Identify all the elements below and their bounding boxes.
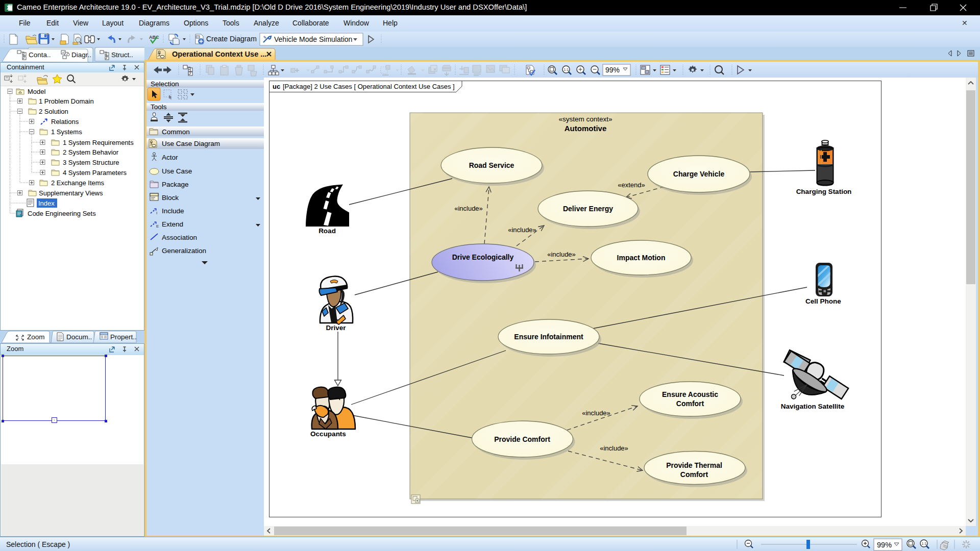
svg-text:I: I <box>156 211 157 215</box>
svg-text:Code Engineering Sets: Code Engineering Sets <box>28 210 96 217</box>
svg-text:Create Diagram: Create Diagram <box>206 35 257 43</box>
svg-text:Provide Thermal: Provide Thermal <box>666 461 722 469</box>
svg-text:Diagr..: Diagr.. <box>71 51 91 59</box>
svg-text:Charging Station: Charging Station <box>796 188 852 195</box>
svg-text:2 Solution: 2 Solution <box>39 108 68 115</box>
svg-text:Drive Ecologically: Drive Ecologically <box>452 253 514 261</box>
svg-text:Vehicle Mode Simulation: Vehicle Mode Simulation <box>274 35 352 43</box>
svg-text:Model: Model <box>28 88 46 95</box>
svg-text:2 System Behavior: 2 System Behavior <box>63 148 119 156</box>
svg-text:«include»: «include» <box>547 251 576 258</box>
svg-text:Docum..: Docum.. <box>66 333 92 341</box>
svg-text:Comfort: Comfort <box>676 399 704 408</box>
svg-text:«system context»: «system context» <box>558 115 612 123</box>
svg-text:1 Systems: 1 Systems <box>51 128 82 136</box>
svg-text:X: X <box>7 5 11 11</box>
svg-text:1:1: 1:1 <box>922 542 927 545</box>
svg-text:99%: 99% <box>605 66 620 74</box>
svg-text:Generalization: Generalization <box>162 247 206 255</box>
svg-text:«extend»: «extend» <box>618 181 645 189</box>
svg-text:«include»: «include» <box>600 444 628 452</box>
svg-text:«include»: «include» <box>582 409 610 417</box>
svg-text:Package: Package <box>162 181 189 188</box>
svg-text:Ensure Acoustic: Ensure Acoustic <box>662 390 718 398</box>
svg-text:«include»: «include» <box>508 226 536 234</box>
svg-text:1 System Requirements: 1 System Requirements <box>63 139 134 146</box>
svg-text:[Package] 2 Use Cases [ Operat: [Package] 2 Use Cases [ Operational Cont… <box>283 83 455 90</box>
svg-text:99%: 99% <box>877 541 892 549</box>
svg-text:Actor: Actor <box>162 154 178 161</box>
svg-text:Relations: Relations <box>51 118 79 126</box>
svg-text:Struct..: Struct.. <box>111 51 133 59</box>
svg-text:«include»: «include» <box>454 205 483 212</box>
svg-text:1 Problem Domain: 1 Problem Domain <box>39 97 94 105</box>
svg-text:Provide Comfort: Provide Comfort <box>494 435 550 443</box>
svg-text:Extend: Extend <box>162 220 183 228</box>
svg-text:Tools: Tools <box>151 103 167 111</box>
svg-text:uc: uc <box>273 83 280 90</box>
svg-text:Occupants: Occupants <box>310 430 346 438</box>
svg-text:Index: Index <box>38 199 55 207</box>
svg-text:Cell Phone: Cell Phone <box>805 297 841 305</box>
svg-text:3 System Structure: 3 System Structure <box>63 159 119 166</box>
svg-text:2 Exchange Items: 2 Exchange Items <box>51 179 105 187</box>
svg-text:ABC: ABC <box>149 35 159 40</box>
svg-text:4 System Parameters: 4 System Parameters <box>63 169 127 177</box>
svg-text:Supplementary Views: Supplementary Views <box>39 189 103 197</box>
svg-text:Comfort: Comfort <box>680 470 708 479</box>
svg-text:Conta..: Conta.. <box>29 51 51 59</box>
svg-text:Include: Include <box>162 207 184 215</box>
svg-text:Propert..: Propert.. <box>110 333 137 341</box>
svg-text:Ensure Infotainment: Ensure Infotainment <box>514 333 583 341</box>
svg-text:Operational Context Use ...: Operational Context Use ... <box>172 50 266 58</box>
svg-text:Zoom: Zoom <box>27 333 45 341</box>
svg-text:Use Case Diagram: Use Case Diagram <box>162 140 220 147</box>
svg-text:Road: Road <box>318 227 336 235</box>
svg-text:Road Service: Road Service <box>469 161 514 169</box>
svg-text:Common: Common <box>162 128 190 136</box>
svg-text:Driver: Driver <box>326 324 346 332</box>
svg-text:Deliver Energy: Deliver Energy <box>563 205 613 213</box>
svg-text:Charge Vehicle: Charge Vehicle <box>673 170 725 178</box>
svg-text:Block: Block <box>162 194 179 202</box>
svg-text:Selection: Selection <box>151 80 179 88</box>
svg-text:Use Case: Use Case <box>162 167 192 175</box>
svg-text:Navigation Satellite: Navigation Satellite <box>781 403 845 410</box>
svg-text:1:1: 1:1 <box>564 68 569 71</box>
svg-text:Automotive: Automotive <box>565 124 607 133</box>
svg-text:Association: Association <box>162 234 197 241</box>
svg-text:E: E <box>156 224 159 229</box>
svg-text:Impact Motion: Impact Motion <box>617 254 666 262</box>
